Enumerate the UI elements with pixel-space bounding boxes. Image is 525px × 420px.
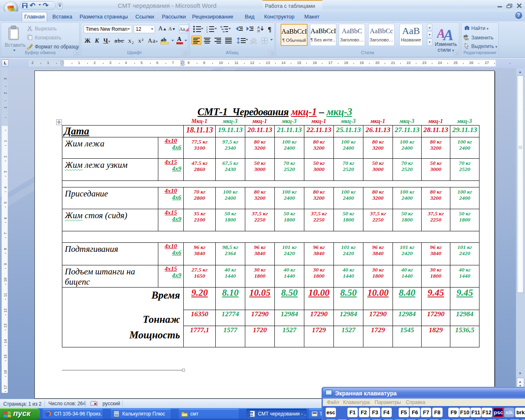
svg-text:W: W — [250, 412, 253, 416]
svg-text:3: 3 — [206, 31, 208, 33]
svg-text:ac: ac — [465, 37, 469, 40]
svg-text:¶: ¶ — [268, 26, 272, 33]
svg-text:Я: Я — [257, 29, 260, 33]
svg-text:А: А — [443, 27, 454, 41]
